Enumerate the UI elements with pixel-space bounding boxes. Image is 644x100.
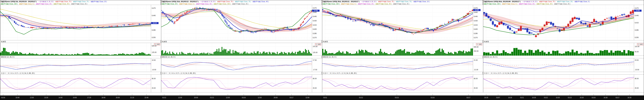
- macd-chart[interactable]: [0, 58, 161, 72]
- header-row-2: 移動平均線( Close, 150 )移動平均線( Close, 5 )移動平均…: [322, 2, 483, 5]
- legend-item: 移動平均線( Close, 20 ): [162, 3, 178, 5]
- price-axis-label: 8,445: [473, 16, 482, 17]
- price-axis-label: 8,355: [151, 37, 160, 38]
- time-axis: 16:3001/0716:3001/1116:3001/1216:3001/13…: [483, 96, 644, 100]
- time-axis-label: 01/17: [614, 97, 621, 99]
- price-axis-label: 8,475: [312, 7, 321, 9]
- volume-label: 出来高: [0, 40, 161, 43]
- volume-unit-badge: C: 1000: [315, 43, 321, 46]
- main-chart[interactable]: [483, 5, 644, 40]
- volume-chart[interactable]: [0, 43, 161, 56]
- macd-axis-label: 10.50: [151, 59, 160, 61]
- stochastics-chart[interactable]: [0, 74, 161, 93]
- time-ticks: [0, 93, 161, 96]
- macd-chart[interactable]: [483, 58, 644, 72]
- legend-item: 移動平均線( Close, 25 ): [232, 3, 248, 5]
- stoch-axis-label: 20.00: [151, 87, 160, 89]
- legend-item: 移動平均線( Close, 25 ): [554, 3, 570, 5]
- header-row-1: 日経225(mini 12/03)( 5分, 2012/01/16 - 2012…: [0, 0, 161, 2]
- legend-item: 移動平均線( Close, 75 ): [539, 1, 555, 2]
- time-axis-label: 01/07: [494, 97, 502, 99]
- time-axis-label: 13:20: [42, 97, 50, 99]
- time-axis-label: 17:20: [86, 97, 93, 99]
- stochastics-chart[interactable]: [161, 74, 322, 93]
- time-axis: 01/1212:0020:0001/1312:0001/1612:0020:00…: [161, 96, 322, 100]
- legend-item: 移動平均線( Close, 25 ): [36, 3, 52, 5]
- time-axis-label: 12:00: [256, 97, 263, 99]
- time-axis-label: 21:20: [128, 97, 136, 99]
- legend-item: 移動平均線( Close, 5 ): [502, 3, 518, 5]
- stochastics-chart[interactable]: [322, 74, 483, 93]
- time-axis-label: 01/12: [358, 97, 364, 99]
- time-ticks: [483, 93, 644, 96]
- price-axis-label: 8,400: [473, 28, 482, 30]
- legend-item: 移動平均線( Close, 29 ): [557, 1, 573, 2]
- time-axis-label: 12:00: [28, 97, 35, 99]
- stoch-axis-label: 20.00: [312, 87, 321, 89]
- volume-label-text: 出来高: [323, 41, 328, 43]
- last-price-badge: 8,466: [312, 10, 320, 12]
- header-row-1: 日経225(mini 12/03)( 30分, 2012/01/11 - 201…: [322, 0, 483, 2]
- panel-header: 日経225(mini 12/03)( 5分, 2012/01/16 - 2012…: [0, 0, 161, 5]
- legend-item: 移動平均線( Close, 75 ): [396, 1, 412, 2]
- charting-workspace: 日経225(mini 12/03)( 5分, 2012/01/16 - 2012…: [0, 0, 644, 100]
- chart-title: 日経225(mini 12/03)( 5分, 2012/01/16 - 2012…: [0, 1, 37, 2]
- chart-title: 日経225(mini 12/03)( 60分, 2012/01/06 - 201…: [484, 1, 521, 2]
- macd-chart[interactable]: [322, 58, 483, 72]
- price-axis-label: 8,430: [473, 20, 482, 22]
- price-axis-label: 8,475: [634, 7, 643, 9]
- macd-label: MACD( 12, 26, 9 ): [322, 56, 483, 58]
- volume-chart[interactable]: [322, 43, 483, 56]
- stoch-axis-label: 80.00: [473, 78, 482, 79]
- price-axis-label: 8,460: [473, 11, 482, 13]
- macd-axis-label: 23.50: [634, 59, 643, 61]
- time-axis-label: 20:00: [192, 97, 200, 99]
- legend-item: 移動平均線( Close, 25 ): [393, 3, 409, 5]
- legend-item: 移動平均線( Close, 10 ): [414, 1, 430, 2]
- legend-item: 移動平均線( Close, 25 ): [71, 3, 87, 5]
- macd-axis-label: 17.50: [312, 59, 321, 61]
- stochastics-label: スロー・ストキャスティクス( 14, 3, 80, 20 ): [0, 72, 161, 74]
- time-axis-label: 12:00: [304, 97, 311, 99]
- chart-panel-2: 日経225(mini 12/03)( 15分, 2012/01/12 - 201…: [161, 0, 322, 100]
- price-axis-label: 8,415: [312, 24, 321, 26]
- time-axis-label: 20:00: [114, 97, 121, 99]
- main-chart[interactable]: [322, 5, 483, 40]
- legend-item: 移動平均線( Close, 40 ): [252, 1, 269, 2]
- legend-item: 一目均衡表( 9, 26, 52 ): [522, 1, 538, 2]
- time-axis-label: 01/16: [0, 97, 7, 99]
- stoch-axis-label: 80.00: [312, 78, 321, 79]
- legend-item: 移動平均線( Close, 5 ): [574, 1, 590, 2]
- time-axis-label: 01/11: [518, 97, 526, 99]
- time-axis-label: 10:40: [14, 97, 21, 99]
- volume-axis-label: 55.00: [634, 51, 643, 52]
- header-row-2: 移動平均線( Close, 150 )移動平均線( Close, 5 )移動平均…: [483, 2, 644, 5]
- price-axis-label: 8,475: [151, 7, 160, 9]
- volume-unit-badge: C: 1000: [154, 43, 160, 46]
- time-axis-label: 16:30: [506, 97, 514, 99]
- panel-header: 日経225(mini 12/03)( 60分, 2012/01/06 - 201…: [483, 0, 644, 5]
- volume-axis-label: 125.00: [312, 52, 321, 53]
- header-row-2: 移動平均線( Close, 150 )移動平均線( Close, 5 )移動平均…: [0, 2, 161, 5]
- volume-label-text: 出来高: [162, 41, 167, 43]
- price-axis-label: 8,370: [312, 37, 321, 39]
- volume-chart[interactable]: [161, 43, 322, 56]
- legend-item: 移動平均線( Close, 25 ): [519, 3, 535, 5]
- stoch-axis-label: 20.00: [473, 87, 482, 89]
- price-axis-label: 8,355: [634, 37, 643, 38]
- stoch-axis-label: 80.00: [151, 78, 160, 79]
- macd-chart[interactable]: [161, 58, 322, 72]
- stochastics-chart[interactable]: [483, 74, 644, 93]
- time-axis: 01/1610:4012:0013:2014:4016:0017:2018:40…: [0, 96, 161, 100]
- main-chart[interactable]: [161, 5, 322, 40]
- price-axis-label: 8,415: [473, 24, 482, 26]
- time-axis-label: 01/12: [161, 97, 168, 99]
- main-chart[interactable]: [0, 5, 161, 40]
- chart-panel-1: 日経225(mini 12/03)( 5分, 2012/01/16 - 2012…: [0, 0, 161, 100]
- legend-item: 移動平均線( Close, 5 ): [341, 3, 356, 5]
- time-axis-label: 16:30: [578, 97, 585, 99]
- panel-header: 日経225(mini 12/03)( 30分, 2012/01/11 - 201…: [322, 0, 483, 5]
- legend-item: 移動平均線( Close, 150 ): [484, 3, 500, 5]
- stochastics-label-text: スロー・ストキャスティクス( 14, 3, 80, 20 ): [162, 72, 196, 74]
- volume-chart[interactable]: [483, 43, 644, 56]
